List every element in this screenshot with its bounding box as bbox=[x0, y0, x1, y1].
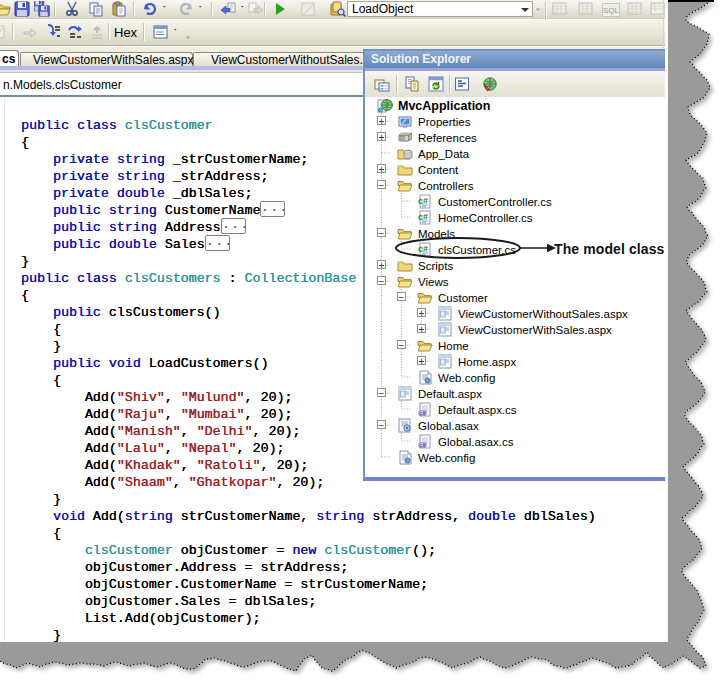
svg-text:c#: c# bbox=[420, 410, 426, 416]
svg-text:c#: c# bbox=[420, 442, 426, 448]
svg-text:c#: c# bbox=[418, 212, 428, 222]
svg-text:c#: c# bbox=[418, 244, 428, 254]
svg-text:c#: c# bbox=[418, 196, 428, 206]
